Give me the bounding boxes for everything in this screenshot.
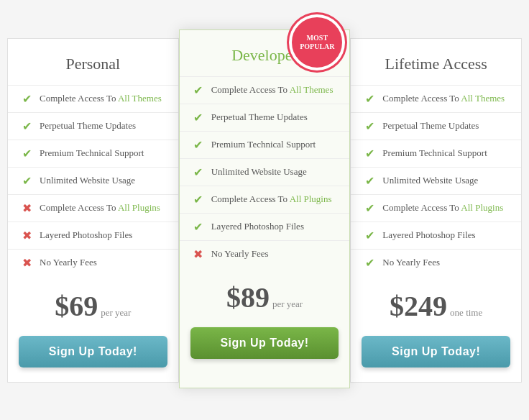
- feature-text-all-plugins: Complete Access To All Plugins: [211, 193, 339, 205]
- feature-item-no-fees: ✖No Yearly Fees: [8, 249, 178, 276]
- feature-item-psd-files: ✖Layered Photoshop Files: [8, 222, 178, 249]
- feature-text-theme-updates: Perpetual Theme Updates: [40, 120, 167, 132]
- features-list-developer: ✔Complete Access To All Themes✔Perpetual…: [180, 76, 350, 268]
- cross-icon: ✖: [19, 256, 34, 270]
- feature-text-tech-support: Premium Technical Support: [40, 147, 167, 159]
- feature-link-all-plugins[interactable]: All Plugins: [118, 202, 160, 213]
- plan-title-lifetime: Lifetime Access: [358, 55, 514, 73]
- price-period-lifetime: one time: [450, 307, 482, 318]
- check-icon: ✔: [362, 229, 377, 242]
- feature-item-no-fees: ✖No Yearly Fees: [180, 240, 350, 268]
- price-section-personal: $69per year: [8, 276, 178, 333]
- feature-text-tech-support: Premium Technical Support: [382, 147, 510, 159]
- feature-link-all-plugins[interactable]: All Plugins: [290, 193, 332, 204]
- feature-item-no-fees: ✔No Yearly Fees: [351, 249, 521, 276]
- feature-text-theme-updates: Perpetual Theme Updates: [382, 120, 510, 132]
- feature-text-all-plugins: Complete Access To All Plugins: [40, 202, 167, 214]
- feature-item-all-themes: ✔Complete Access To All Themes: [8, 85, 178, 112]
- feature-text-no-fees: No Yearly Fees: [382, 257, 510, 268]
- feature-text-theme-updates: Perpetual Theme Updates: [211, 111, 339, 123]
- feature-item-all-themes: ✔Complete Access To All Themes: [180, 76, 350, 104]
- check-icon: ✔: [191, 83, 206, 97]
- price-period-developer: per year: [272, 298, 303, 309]
- check-icon: ✔: [19, 174, 34, 188]
- feature-text-tech-support: Premium Technical Support: [211, 139, 339, 150]
- signup-button-lifetime[interactable]: Sign Up Today!: [362, 336, 510, 368]
- feature-item-theme-updates: ✔Perpetual Theme Updates: [8, 112, 178, 140]
- check-icon: ✔: [19, 119, 34, 133]
- plan-developer: DeveloperMostPopular✔Complete Access To …: [179, 29, 351, 388]
- feature-text-psd-files: Layered Photoshop Files: [211, 221, 339, 232]
- price-amount-lifetime: $249: [390, 290, 447, 322]
- check-icon: ✔: [362, 174, 377, 188]
- feature-item-tech-support: ✔Premium Technical Support: [8, 140, 178, 167]
- check-icon: ✔: [191, 165, 206, 179]
- feature-text-all-plugins: Complete Access To All Plugins: [382, 202, 510, 214]
- feature-link-all-plugins[interactable]: All Plugins: [461, 202, 503, 213]
- feature-text-website-usage: Unlimited Website Usage: [40, 175, 167, 186]
- feature-item-website-usage: ✔Unlimited Website Usage: [180, 158, 350, 186]
- plan-personal: Personal✔Complete Access To All Themes✔P…: [7, 38, 179, 383]
- plan-header-personal: Personal: [8, 39, 178, 85]
- feature-item-tech-support: ✔Premium Technical Support: [351, 140, 521, 167]
- feature-text-website-usage: Unlimited Website Usage: [211, 166, 339, 178]
- signup-button-developer[interactable]: Sign Up Today!: [190, 327, 339, 359]
- signup-button-personal[interactable]: Sign Up Today!: [19, 336, 167, 368]
- feature-item-all-plugins: ✔Complete Access To All Plugins: [351, 194, 521, 222]
- cross-icon: ✖: [19, 229, 34, 242]
- cross-icon: ✖: [19, 201, 34, 215]
- feature-item-all-themes: ✔Complete Access To All Themes: [351, 85, 521, 112]
- plan-header-developer: DeveloperMostPopular: [180, 30, 350, 76]
- badge-text: MostPopular: [300, 34, 334, 51]
- check-icon: ✔: [362, 256, 377, 270]
- cross-icon: ✖: [191, 247, 206, 261]
- check-icon: ✔: [19, 147, 34, 160]
- feature-text-all-themes: Complete Access To All Themes: [382, 93, 510, 104]
- feature-item-theme-updates: ✔Perpetual Theme Updates: [351, 112, 521, 140]
- check-icon: ✔: [191, 220, 206, 234]
- check-icon: ✔: [19, 92, 34, 106]
- feature-item-all-plugins: ✖Complete Access To All Plugins: [8, 194, 178, 222]
- feature-item-psd-files: ✔Layered Photoshop Files: [351, 222, 521, 249]
- feature-link-all-themes[interactable]: All Themes: [461, 93, 505, 104]
- features-list-lifetime: ✔Complete Access To All Themes✔Perpetual…: [351, 85, 521, 276]
- most-popular-badge: MostPopular: [292, 17, 342, 68]
- price-section-developer: $89per year: [180, 268, 350, 324]
- features-list-personal: ✔Complete Access To All Themes✔Perpetual…: [8, 85, 178, 276]
- feature-text-no-fees: No Yearly Fees: [40, 257, 167, 268]
- feature-text-all-themes: Complete Access To All Themes: [211, 84, 339, 96]
- feature-text-no-fees: No Yearly Fees: [211, 248, 339, 260]
- feature-item-website-usage: ✔Unlimited Website Usage: [351, 167, 521, 194]
- feature-link-all-themes[interactable]: All Themes: [118, 93, 162, 104]
- plan-title-personal: Personal: [15, 55, 171, 73]
- price-section-lifetime: $249one time: [351, 276, 521, 333]
- check-icon: ✔: [191, 138, 206, 152]
- feature-text-psd-files: Layered Photoshop Files: [382, 229, 510, 241]
- price-amount-personal: $69: [55, 290, 98, 322]
- feature-text-psd-files: Layered Photoshop Files: [40, 229, 167, 241]
- feature-text-website-usage: Unlimited Website Usage: [382, 175, 510, 186]
- check-icon: ✔: [362, 147, 377, 160]
- check-icon: ✔: [191, 193, 206, 206]
- feature-link-all-themes[interactable]: All Themes: [290, 84, 334, 95]
- feature-item-tech-support: ✔Premium Technical Support: [180, 131, 350, 158]
- feature-item-all-plugins: ✔Complete Access To All Plugins: [180, 186, 350, 213]
- check-icon: ✔: [362, 119, 377, 133]
- price-amount-developer: $89: [226, 281, 270, 314]
- check-icon: ✔: [191, 111, 206, 124]
- feature-text-all-themes: Complete Access To All Themes: [40, 93, 167, 104]
- feature-item-theme-updates: ✔Perpetual Theme Updates: [180, 104, 350, 131]
- plan-lifetime: Lifetime Access✔Complete Access To All T…: [350, 38, 522, 383]
- check-icon: ✔: [362, 201, 377, 215]
- check-icon: ✔: [362, 92, 377, 106]
- plan-header-lifetime: Lifetime Access: [351, 39, 521, 85]
- pricing-table: Personal✔Complete Access To All Themes✔P…: [0, 24, 529, 397]
- price-period-personal: per year: [101, 307, 131, 318]
- feature-item-psd-files: ✔Layered Photoshop Files: [180, 213, 350, 240]
- feature-item-website-usage: ✔Unlimited Website Usage: [8, 167, 178, 194]
